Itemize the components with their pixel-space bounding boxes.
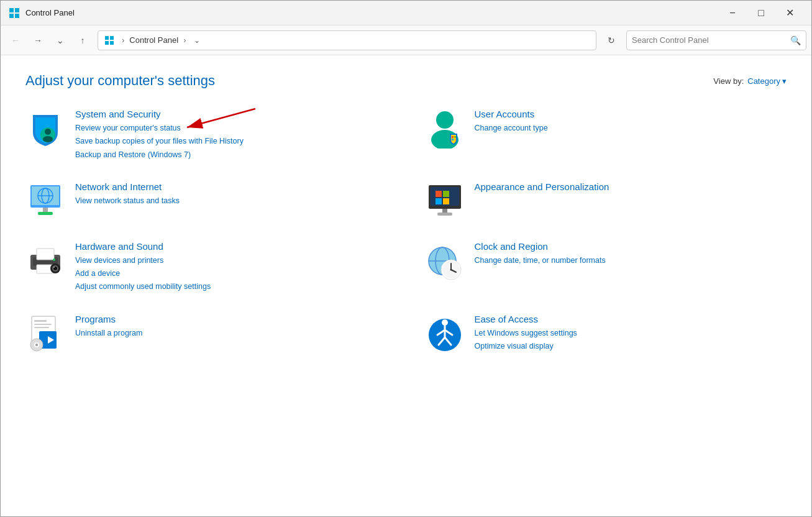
window-controls: − □ ✕ xyxy=(718,3,804,23)
programs-link-1[interactable]: Uninstall a program xyxy=(75,327,388,340)
recent-locations-button[interactable]: ⌄ xyxy=(50,30,70,50)
ease-access-link-1[interactable]: Let Windows suggest settings xyxy=(475,327,787,340)
svg-rect-6 xyxy=(105,41,109,45)
ease-access-title[interactable]: Ease of Access xyxy=(475,314,787,324)
hardware-link-1[interactable]: View devices and printers xyxy=(75,254,388,267)
svg-point-60 xyxy=(35,344,38,346)
svg-rect-28 xyxy=(436,191,442,197)
system-security-title[interactable]: System and Security xyxy=(75,109,388,119)
svg-rect-29 xyxy=(443,191,449,197)
svg-point-41 xyxy=(53,267,55,268)
clock-icon xyxy=(425,241,465,281)
refresh-button[interactable]: ↻ xyxy=(601,30,621,50)
svg-rect-32 xyxy=(442,209,447,213)
category-user-accounts: User Accounts Change account type xyxy=(425,109,787,162)
view-by-arrow: ▾ xyxy=(782,76,787,86)
category-system-security: System and Security Review your computer… xyxy=(25,109,388,162)
system-security-link-2[interactable]: Save backup copies of your files with Fi… xyxy=(75,135,388,148)
system-security-content: System and Security Review your computer… xyxy=(75,109,388,162)
appearance-title[interactable]: Appearance and Personalization xyxy=(475,181,787,192)
svg-rect-3 xyxy=(15,14,19,18)
search-icon: 🔍 xyxy=(790,35,801,45)
hardware-content: Hardware and Sound View devices and prin… xyxy=(75,241,388,294)
system-security-icon xyxy=(25,109,65,149)
svg-rect-33 xyxy=(437,213,452,216)
page-header: Adjust your computer's settings View by:… xyxy=(25,73,787,89)
user-accounts-link-1[interactable]: Change account type xyxy=(475,122,787,135)
programs-title[interactable]: Programs xyxy=(75,314,388,324)
svg-rect-31 xyxy=(443,198,449,204)
ease-access-link-2[interactable]: Optimize visual display xyxy=(475,340,787,353)
ease-access-content: Ease of Access Let Windows suggest setti… xyxy=(475,314,787,354)
svg-rect-0 xyxy=(9,8,14,12)
network-icon xyxy=(25,181,65,221)
svg-rect-25 xyxy=(38,212,53,215)
address-field[interactable]: › Control Panel › ⌄ xyxy=(98,30,596,50)
clock-link-1[interactable]: Change date, time, or number formats xyxy=(475,254,787,267)
search-field[interactable]: 🔍 xyxy=(626,30,806,50)
svg-rect-7 xyxy=(110,41,114,45)
breadcrumb-sep2: › xyxy=(183,35,186,45)
svg-rect-5 xyxy=(110,36,114,40)
window-title: Control Panel xyxy=(25,8,718,17)
category-network: Network and Internet View network status… xyxy=(25,181,388,221)
svg-rect-36 xyxy=(37,249,54,260)
user-accounts-content: User Accounts Change account type xyxy=(475,109,787,135)
user-accounts-title[interactable]: User Accounts xyxy=(475,109,787,119)
breadcrumb-sep1: › xyxy=(122,35,124,45)
category-hardware: Hardware and Sound View devices and prin… xyxy=(25,241,388,294)
svg-rect-1 xyxy=(15,8,19,12)
svg-rect-18 xyxy=(454,139,456,140)
svg-point-13 xyxy=(436,111,454,129)
network-title[interactable]: Network and Internet xyxy=(75,181,388,192)
up-button[interactable]: ↑ xyxy=(73,30,93,50)
svg-rect-55 xyxy=(34,327,49,328)
svg-rect-4 xyxy=(105,36,109,40)
search-input[interactable] xyxy=(632,35,790,45)
svg-rect-2 xyxy=(9,14,14,18)
programs-content: Programs Uninstall a program xyxy=(75,314,388,340)
view-by-value-text: Category xyxy=(747,76,780,86)
view-by-label: View by: xyxy=(713,76,744,86)
category-ease-access: Ease of Access Let Windows suggest setti… xyxy=(425,314,787,354)
svg-rect-15 xyxy=(452,136,454,138)
network-link-1[interactable]: View network status and tasks xyxy=(75,194,388,208)
svg-rect-53 xyxy=(34,320,47,322)
ease-access-icon xyxy=(425,314,465,354)
svg-point-42 xyxy=(53,258,55,261)
back-button[interactable]: ← xyxy=(6,30,25,50)
hardware-link-2[interactable]: Add a device xyxy=(75,267,388,280)
forward-button[interactable]: → xyxy=(28,30,48,50)
clock-title[interactable]: Clock and Region xyxy=(475,241,787,252)
close-button[interactable]: ✕ xyxy=(775,3,804,23)
svg-point-12 xyxy=(43,136,53,142)
maximize-button[interactable]: □ xyxy=(747,3,775,23)
svg-rect-54 xyxy=(34,324,52,325)
view-by-dropdown[interactable]: Category ▾ xyxy=(747,76,787,86)
svg-rect-16 xyxy=(454,136,456,138)
minimize-button[interactable]: − xyxy=(718,3,747,23)
breadcrumb-dropdown[interactable]: ⌄ xyxy=(188,32,206,49)
appearance-content: Appearance and Personalization xyxy=(475,181,787,194)
category-clock: Clock and Region Change date, time, or n… xyxy=(425,241,787,294)
svg-point-51 xyxy=(450,268,452,270)
hardware-title[interactable]: Hardware and Sound xyxy=(75,241,388,252)
title-bar: Control Panel − □ ✕ xyxy=(1,1,811,25)
system-security-link-3[interactable]: Backup and Restore (Windows 7) xyxy=(75,149,388,162)
category-programs: Programs Uninstall a program xyxy=(25,314,388,354)
programs-icon xyxy=(25,314,65,354)
svg-point-11 xyxy=(45,129,51,135)
address-icon xyxy=(103,34,116,47)
user-accounts-icon xyxy=(425,109,465,149)
main-content: Adjust your computer's settings View by:… xyxy=(1,55,811,517)
category-appearance: Appearance and Personalization xyxy=(425,181,787,221)
categories-grid: System and Security Review your computer… xyxy=(25,109,787,354)
appearance-icon xyxy=(425,181,465,221)
network-content: Network and Internet View network status… xyxy=(75,181,388,208)
view-by: View by: Category ▾ xyxy=(713,76,787,86)
breadcrumb-text[interactable]: Control Panel xyxy=(129,35,178,45)
hardware-link-3[interactable]: Adjust commonly used mobility settings xyxy=(75,280,388,293)
svg-rect-17 xyxy=(452,139,454,140)
system-security-link-1[interactable]: Review your computer's status xyxy=(75,122,388,135)
hardware-icon xyxy=(25,241,65,281)
